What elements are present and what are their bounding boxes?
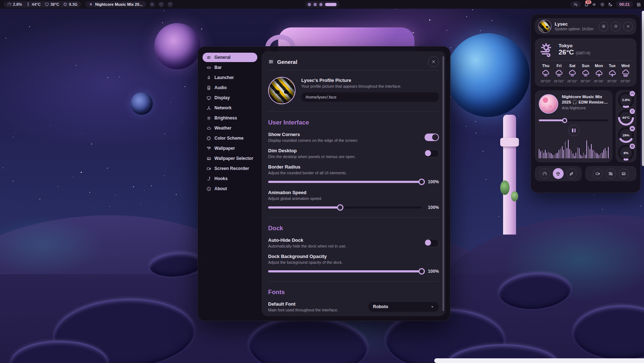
clock[interactable]: 00:21 [616,1,633,8]
bot-button[interactable] [149,1,155,8]
sidebar-item-weather[interactable]: Weather [203,123,257,133]
close-panel-button[interactable] [623,22,633,31]
screen-record-button[interactable] [593,169,603,179]
chevron-down-icon [430,305,434,309]
temperature-gauge: 44°C [618,110,634,126]
sidebar-item-display[interactable]: Display [203,93,257,102]
close-button[interactable] [428,56,439,67]
music-progress[interactable] [539,118,609,122]
system-stats-pill[interactable]: 2.8% 44°C 38°C 9.3G [4,1,81,8]
heart-button[interactable] [158,1,164,8]
sidebar-item-color-scheme[interactable]: Color Scheme [203,134,257,143]
brightness-button[interactable] [600,2,605,7]
sliders-icon [268,59,274,65]
screenshot-off-button[interactable] [606,169,616,179]
workspace-dot[interactable] [314,3,317,6]
rain-icon [579,69,592,78]
apps-grid-button[interactable] [636,2,641,7]
images-icon [206,156,211,161]
profile-title: Lysec's Profile Picture [301,78,439,83]
sidebar-item-bar[interactable]: Bar [203,63,257,72]
planet-earth [446,33,530,117]
bot-icon [150,3,154,6]
power-profiles [535,166,582,181]
pause-button[interactable] [568,125,579,136]
profile-picture[interactable] [268,77,296,104]
settings-sidebar: General Bar Launcher Audio Display Netwo… [203,51,257,316]
sidebar-item-screen-recorder[interactable]: Screen Recorder [203,164,257,173]
gpu-stat: 38°C [45,2,59,6]
weather-temp: 26°C [559,48,574,56]
auto-hide-dock-toggle[interactable] [424,239,439,247]
sliders-icon [206,55,211,60]
sidebar-item-wallpaper-selector[interactable]: Wallpaper Selector [203,154,257,163]
rain-icon [566,69,579,78]
dim-desktop-toggle[interactable] [424,149,439,158]
apps-grid-icon [636,2,641,7]
balanced-profile-button[interactable] [553,168,564,179]
close-icon [431,60,436,64]
workspace-active[interactable] [325,3,337,6]
top-bar: 2.8% 44°C 38°C 9.3G Nightcore Music Mix … [0,0,644,9]
cloud-icon [206,126,211,131]
media-title: Nightcore Music Mix 20... [95,2,142,6]
rain-icon [539,69,552,78]
notifications-button[interactable]: 23 [584,2,589,7]
workspaces[interactable] [305,1,339,8]
settings-button[interactable] [599,22,608,31]
show-corners-toggle[interactable] [425,134,439,141]
music-visualizer [539,140,609,158]
screen-tools [585,166,636,181]
sun-wind-icon [539,42,554,57]
default-font-dropdown[interactable]: Roboto [368,302,439,312]
palette-icon [206,136,211,141]
heart-button[interactable] [167,1,173,8]
leaf-icon [569,171,574,176]
night-light-button[interactable] [608,2,613,7]
workspace-dot[interactable] [308,3,311,6]
side-strip [642,11,644,166]
storm-icon [592,69,605,78]
section-fonts: Fonts [268,289,439,296]
flame-icon [630,109,635,114]
performance-profile-button[interactable] [540,169,550,179]
tray-pill[interactable] [570,1,581,8]
chip-icon [63,2,67,6]
volume-button[interactable] [592,2,597,7]
sidebar-item-general[interactable]: General [203,53,257,62]
sidebar-item-about[interactable]: About [203,184,257,193]
power-saver-profile-button[interactable] [567,169,577,179]
scales-icon [556,171,560,176]
screen-corner-strip [434,358,644,363]
settings-scrollbar[interactable] [443,56,444,311]
wallpaper-tool-button[interactable] [619,169,629,179]
storm-icon [605,69,619,78]
workspace-dot[interactable] [319,3,323,6]
sidebar-item-network[interactable]: Network [203,103,257,113]
fog-icon [619,69,632,78]
avatar [538,20,551,33]
paint-roller-icon [206,146,211,151]
moon-off-icon [608,2,613,7]
sidebar-item-hooks[interactable]: Hooks [203,174,257,183]
system-stats-card: 2.8% 44°C 29% 6% [616,90,636,162]
animation-speed-slider[interactable] [268,206,422,209]
gear-icon [601,24,606,29]
picture-icon [621,171,626,176]
sidebar-item-launcher[interactable]: Launcher [203,73,257,82]
sidebar-item-wallpaper[interactable]: Wallpaper [203,144,257,153]
network-icon [206,106,211,110]
dock-opacity-slider[interactable] [268,270,422,272]
cpu-stat: 2.8% [7,2,22,6]
gauge-icon [542,171,547,176]
profile-path-input[interactable]: /home/lysec/.face [301,92,439,102]
media-pill[interactable]: Nightcore Music Mix 20... [85,1,146,8]
profile-desc: Your profile picture that appears throug… [301,84,439,88]
close-icon [626,24,630,29]
sidebar-item-audio[interactable]: Audio [203,83,257,92]
speaker-icon [592,2,597,7]
power-button[interactable] [611,22,621,31]
sidebar-item-brightness[interactable]: Brightness [203,113,257,123]
tray-icon [573,2,578,7]
border-radius-slider[interactable] [268,181,422,183]
